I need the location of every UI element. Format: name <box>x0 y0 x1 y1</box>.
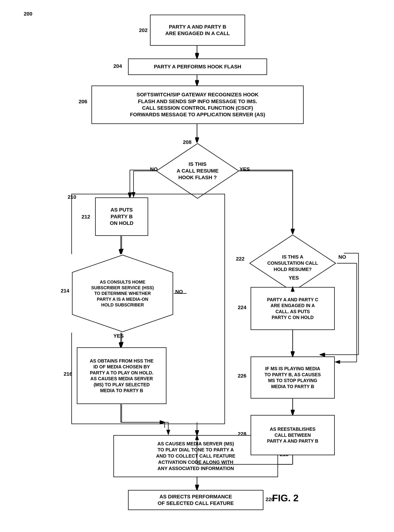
ref-200: 200 <box>24 11 32 17</box>
label-no-222: NO <box>338 254 346 260</box>
node-224: PARTY A AND PARTY CARE ENGAGED IN ACALL.… <box>251 287 335 330</box>
node-224-text: PARTY A AND PARTY CARE ENGAGED IN ACALL.… <box>267 297 318 321</box>
ref-208: 208 <box>183 139 192 145</box>
node-222: IS THIS ACONSULTATION CALLHOLD RESUME? <box>249 234 337 292</box>
label-yes-208: YES <box>240 166 250 172</box>
node-202-text: PARTY A AND PARTY BARE ENGAGED IN A CALL <box>165 24 230 37</box>
node-204: PARTY A PERFORMS HOOK FLASH <box>128 58 267 75</box>
node-212: AS PUTSPARTY BON HOLD <box>95 197 148 236</box>
node-212-text: AS PUTSPARTY BON HOLD <box>110 207 133 226</box>
node-206-text: SOFTSWITCH/SIP GATEWAY RECOGNIZES HOOKFL… <box>130 92 265 118</box>
ref-204: 204 <box>114 63 122 69</box>
node-220-text: AS DIRECTS PERFORMANCEOF SELECTED CALL F… <box>158 493 234 507</box>
figure-label: FIG. 2 <box>251 490 320 506</box>
ref-212: 212 <box>82 214 90 220</box>
ref-210: 210 <box>68 194 76 200</box>
label-yes-214: YES <box>114 333 124 339</box>
node-228: AS REESTABLISHESCALL BETWEENPARTY A AND … <box>251 415 335 455</box>
ref-216: 216 <box>64 371 72 377</box>
ref-214: 214 <box>61 288 69 294</box>
node-206: SOFTSWITCH/SIP GATEWAY RECOGNIZES HOOKFL… <box>91 86 304 124</box>
node-214-text: AS CONSULTS HOMESUBSCRIBER SERVICE (HSS)… <box>91 279 154 308</box>
node-218-text: AS CAUSES MEDIA SERVER (MS)TO PLAY DIAL … <box>156 441 235 472</box>
node-222-text: IS THIS ACONSULTATION CALLHOLD RESUME? <box>267 254 318 272</box>
ref-228: 228 <box>238 431 246 437</box>
ref-226: 226 <box>238 373 246 379</box>
node-202: PARTY A AND PARTY BARE ENGAGED IN A CALL <box>150 15 245 46</box>
ref-202: 202 <box>139 27 148 33</box>
node-214: AS CONSULTS HOMESUBSCRIBER SERVICE (HSS)… <box>71 254 174 333</box>
label-no-214: NO <box>175 289 183 295</box>
node-226-text: IF MS IS PLAYING MEDIATO PARTY B, AS CAU… <box>264 366 321 389</box>
label-yes-222: YES <box>289 275 299 281</box>
node-216-text: AS OBTAINS FROM HSS THEID OF MEDIA CHOSE… <box>90 358 153 394</box>
ref-206: 206 <box>79 99 87 105</box>
node-208: IS THISA CALL RESUMEHOOK FLASH ? <box>156 143 240 199</box>
ref-222: 222 <box>236 256 244 262</box>
node-208-text: IS THISA CALL RESUMEHOOK FLASH ? <box>177 161 218 181</box>
node-220: AS DIRECTS PERFORMANCEOF SELECTED CALL F… <box>128 490 263 510</box>
flowchart-diagram: 200 PARTY A AND PARTY BARE ENGAGED IN A … <box>0 0 394 532</box>
node-216: AS OBTAINS FROM HSS THEID OF MEDIA CHOSE… <box>77 347 166 404</box>
node-226: IF MS IS PLAYING MEDIATO PARTY B, AS CAU… <box>251 357 335 399</box>
node-204-text: PARTY A PERFORMS HOOK FLASH <box>154 63 241 70</box>
node-228-text: AS REESTABLISHESCALL BETWEENPARTY A AND … <box>267 426 318 444</box>
label-no-208: NO <box>150 166 158 172</box>
ref-224: 224 <box>238 305 246 310</box>
